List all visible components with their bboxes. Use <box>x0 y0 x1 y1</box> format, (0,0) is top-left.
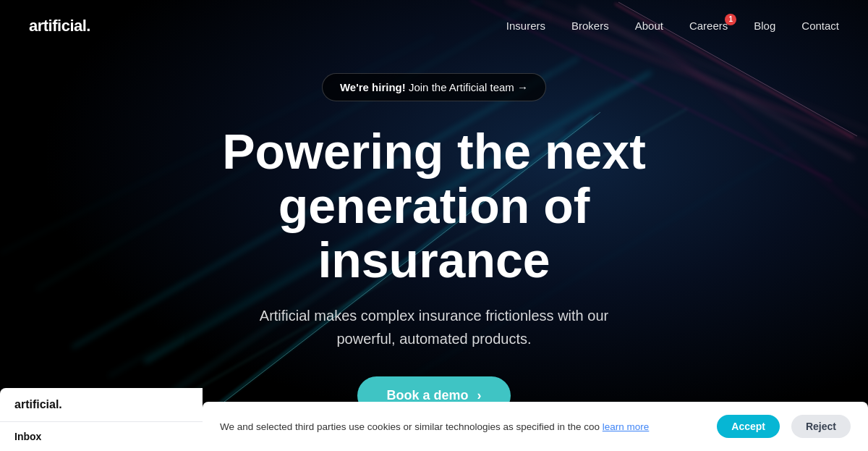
hero-title-line1: Powering the next <box>222 124 646 179</box>
cookie-message: We and selected third parties use cookie… <box>220 421 600 432</box>
sidebar-inbox[interactable]: Inbox <box>0 422 203 451</box>
sidebar-logo: artificial. <box>0 388 203 422</box>
navbar: artificial. Insurers Brokers About Caree… <box>0 0 868 51</box>
nav-link-careers[interactable]: Careers <box>689 20 728 32</box>
sidebar-panel: artificial. Inbox <box>0 388 203 451</box>
nav-item-brokers[interactable]: Brokers <box>571 20 609 33</box>
nav-link-blog[interactable]: Blog <box>754 20 775 32</box>
hiring-pill-prefix: We're hiring! <box>340 81 406 93</box>
cookie-reject-button[interactable]: Reject <box>791 415 851 438</box>
nav-item-contact[interactable]: Contact <box>801 20 839 33</box>
hiring-pill[interactable]: We're hiring! Join the Artificial team → <box>322 73 546 101</box>
nav-item-about[interactable]: About <box>635 20 663 33</box>
hero-title: Powering the next generation of insuranc… <box>159 125 709 287</box>
nav-link-insurers[interactable]: Insurers <box>506 20 545 32</box>
nav-item-insurers[interactable]: Insurers <box>506 20 545 33</box>
cookie-banner: We and selected third parties use cookie… <box>203 402 868 451</box>
nav-item-careers[interactable]: Careers 1 <box>689 20 728 33</box>
cookie-text: We and selected third parties use cookie… <box>220 421 705 432</box>
careers-badge: 1 <box>725 14 736 25</box>
nav-links: Insurers Brokers About Careers 1 Blog Co… <box>506 20 839 33</box>
hero-subtitle: Artificial makes complex insurance frict… <box>231 304 637 350</box>
hero-title-line2: generation of insurance <box>278 178 590 287</box>
nav-item-blog[interactable]: Blog <box>754 20 775 33</box>
nav-link-contact[interactable]: Contact <box>801 20 839 32</box>
site-logo[interactable]: artificial. <box>29 17 90 35</box>
nav-link-about[interactable]: About <box>635 20 663 32</box>
cookie-learn-more-link[interactable]: learn more <box>603 421 650 432</box>
nav-link-brokers[interactable]: Brokers <box>571 20 609 32</box>
hero-section: We're hiring! Join the Artificial team →… <box>0 51 868 415</box>
hiring-pill-suffix: Join the Artificial team → <box>406 81 528 93</box>
cookie-accept-button[interactable]: Accept <box>717 415 780 438</box>
